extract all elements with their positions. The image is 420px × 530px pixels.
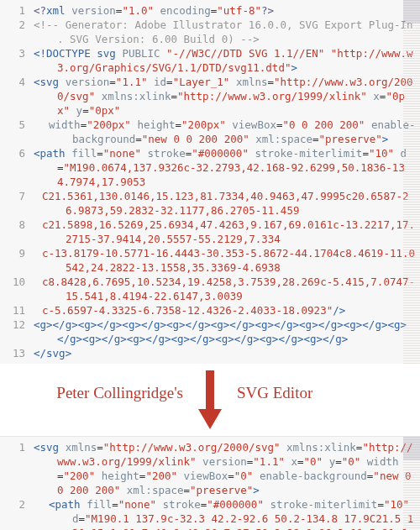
- line-number: 3: [0, 46, 25, 75]
- line-number: 1: [0, 440, 25, 497]
- code-line: <!DOCTYPE svg PUBLIC "-//W3C//DTD SVG 1.…: [34, 46, 417, 75]
- code-line: width="200px" height="200px" viewBox="0 …: [34, 118, 417, 146]
- code-line: <svg xmlns="http://www.w3.org/2000/svg" …: [34, 440, 417, 497]
- line-number: 10: [0, 275, 25, 303]
- code-line: C21.5361,130.0146,15.123,81.7334,40.9463…: [34, 189, 417, 218]
- code-pane-before: 12345678910111213 <?xml version="1.0" en…: [0, 0, 420, 364]
- code-line: <g></g><g></g><g></g><g></g><g></g><g></…: [34, 317, 417, 346]
- caption-left: Peter Collingridge's: [56, 384, 202, 402]
- minimap-before: [403, 0, 420, 364]
- caption-right: SVG Editor: [218, 384, 312, 402]
- gutter-before: 12345678910111213: [0, 0, 30, 364]
- code-line: <svg version="1.1" id="Layer_1" xmlns="h…: [34, 75, 417, 118]
- code-line: c-13.8179-10.5771-16.4443-30.353-5.8672-…: [34, 246, 417, 275]
- line-number: 7: [0, 189, 25, 218]
- code-line: <path fill="none" stroke="#000000" strok…: [34, 146, 417, 189]
- code-line: </svg>: [34, 346, 417, 360]
- line-number: 13: [0, 346, 25, 360]
- line-number: 12: [0, 317, 25, 346]
- code-line: c-5.6597-4.3325-6.7358-12.4326-2.4033-18…: [34, 303, 417, 317]
- code-line: c21.5898,16.5269,25.6934,47.4263,9.167,6…: [34, 218, 417, 246]
- line-number: 5: [0, 118, 25, 146]
- code-line: <path fill="none" stroke="#000000" strok…: [34, 497, 417, 530]
- line-number: 11: [0, 303, 25, 317]
- code-line: <?xml version="1.0" encoding="utf-8"?>: [34, 3, 417, 18]
- code-pane-after: 123 <svg xmlns="http://www.w3.org/2000/s…: [0, 437, 420, 530]
- code-after: <svg xmlns="http://www.w3.org/2000/svg" …: [30, 437, 420, 530]
- code-line: c8.8428,6.7695,10.5234,19.4258,3.7539,28…: [34, 275, 417, 303]
- code-line: <!-- Generator: Adobe Illustrator 16.0.0…: [34, 18, 417, 46]
- transition-caption: Peter Collingridge's SVG Editor: [0, 364, 420, 436]
- line-number: 2: [0, 497, 25, 530]
- line-number: 6: [0, 146, 25, 189]
- line-number: 8: [0, 218, 25, 246]
- code-before: <?xml version="1.0" encoding="utf-8"?><!…: [30, 0, 420, 364]
- minimap-after: [403, 437, 420, 530]
- line-number: 4: [0, 75, 25, 118]
- line-number: 1: [0, 3, 25, 18]
- gutter-after: 123: [0, 437, 30, 530]
- line-number: 2: [0, 18, 25, 46]
- line-number: 9: [0, 246, 25, 275]
